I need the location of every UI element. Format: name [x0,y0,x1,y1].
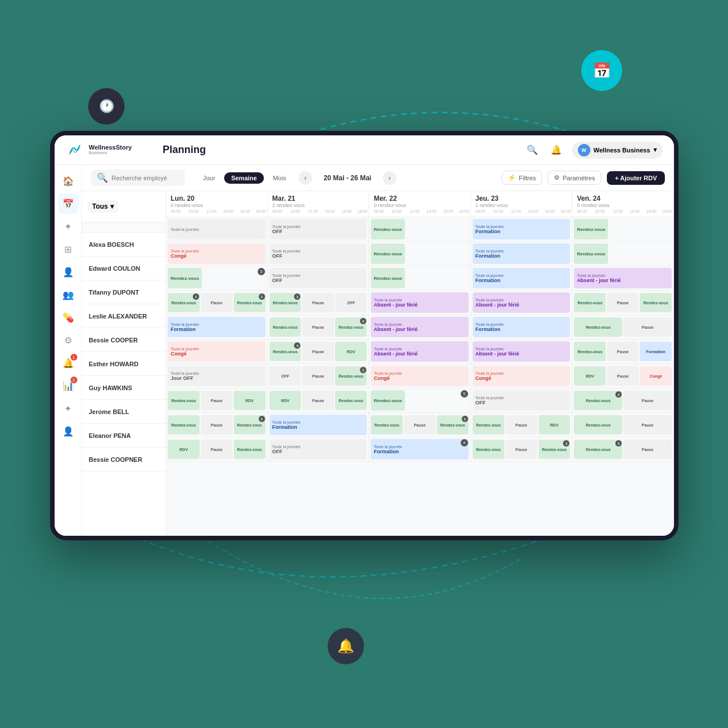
params-button[interactable]: ⚙ Paramètres [548,171,601,185]
cell-4-3[interactable]: Toute la journéeFormation [471,315,573,339]
calendar-row-5: Toute la journéeCongéRendez-vous4PauseRD… [166,340,674,364]
logo-icon [66,141,84,159]
cell-9-1[interactable]: Toute la journéeOFF [268,437,370,461]
sidebar-item-user[interactable]: 👤 [58,262,78,282]
cell-0-2[interactable]: Rendez-vous [369,217,471,241]
cell-9-0[interactable]: RDVPauseRendez-vous [166,437,268,461]
cell-1-1[interactable]: Toute la journéeOFF [268,242,370,266]
nav-prev[interactable]: ‹ [299,171,312,185]
cell-8-4[interactable]: Rendez-vousPause [572,413,674,437]
cell-2-0[interactable]: 3Rendez-vous [166,266,268,290]
cell-8-2[interactable]: Rendez-vousPauseRendez-vous2 [369,413,471,437]
cell-9-4[interactable]: Rendez-vous3Pause [572,437,674,461]
cell-0-3[interactable]: Toute la journéeFormation [471,217,573,241]
cell-5-0[interactable]: Toute la journéeCongé [166,340,268,363]
cell-4-2[interactable]: Toute la journéeAbsent - jour férié [369,315,471,339]
cell-7-1[interactable]: RDVPauseRendez-vous [268,388,370,412]
sidebar-item-grid[interactable]: ⊞ [58,239,78,259]
business-name: Wellness Business [594,147,650,154]
sidebar-item-settings[interactable]: ⚙ [58,330,78,350]
cell-5-1[interactable]: Rendez-vous4PauseRDV [268,340,370,363]
cell-4-0[interactable]: Toute la journéeFormation [166,315,268,339]
cell-3-2[interactable]: Toute la journéeAbsent - jour férié [369,291,471,315]
tab-semaine[interactable]: Semaine [224,172,263,184]
day-header-0: Lun. 20 0 rendez-vous 08:00 10:00 12:00 … [166,191,268,217]
cell-2-1[interactable]: Toute la journéeOFF [268,266,370,290]
cell-4-4[interactable]: Rendez-vousPause [572,315,674,339]
main-content: 🏠 📅 ✦ ⊞ 👤 👥 💊 ⚙ 🔔1 📊2 ✦ 👤 [55,165,674,536]
sidebar-item-bell[interactable]: 🔔1 [58,353,78,373]
cell-5-4[interactable]: Rendez-vousPauseFormation [572,340,674,363]
business-avatar: W [578,144,590,156]
notification-btn[interactable]: 🔔 [548,142,564,158]
employee-row-7: Jerome BELL [82,400,166,424]
sidebar-item-calendar[interactable]: 📅 [58,193,78,214]
cell-3-1[interactable]: Rendez-vous2PauseOFF [268,291,370,315]
cell-6-2[interactable]: Toute la journéeCongé [369,364,471,388]
cell-7-0[interactable]: Rendez-vousPauseRDV [166,388,268,412]
calendar-row-6: Toute la journéeJour OFFOFFPauseRendez-v… [166,364,674,388]
cell-4-1[interactable]: Rendez-vousPauseRendez-vous3 [268,315,370,339]
cell-6-4[interactable]: RDVPauseCongé [572,364,674,388]
bell-icon-float: 🔔 [328,628,364,664]
cell-5-3[interactable]: Toute la journéeAbsent - jour férié [471,340,573,363]
cell-0-4[interactable]: Rendez-vous [572,217,674,241]
day-rdv-2: 0 rendez-vous [374,202,466,208]
cell-2-2[interactable]: Rendez-vous [369,266,471,290]
sidebar-item-profile[interactable]: 👤 [58,421,78,441]
cell-1-4[interactable]: Rendez-vous [572,242,674,266]
cell-1-2[interactable]: Rendez-vous [369,242,471,266]
sidebar-item-service[interactable]: 💊 [58,307,78,328]
cell-1-0[interactable]: Toute la journéeCongé [166,242,268,266]
cell-3-0[interactable]: Rendez-vous2PauseRendez-vous2 [166,291,268,315]
sidebar-item-sparkle[interactable]: ✦ [58,216,78,237]
cell-2-4[interactable]: Toute la journéeAbsent - jour férié [572,266,674,290]
business-badge[interactable]: W Wellness Business ▾ [572,142,663,159]
brand-sub: Business [89,151,132,156]
cell-8-1[interactable]: Toute la journéeFormation [268,413,370,437]
calendar-row-2: 3Rendez-vousToute la journéeOFFRendez-vo… [166,266,674,291]
sidebar-item-chart[interactable]: 📊2 [58,375,78,396]
cell-3-4[interactable]: Rendez-vousPauseRendez-vous [572,291,674,315]
cell-0-1[interactable]: Toute la journéeOFF [268,217,370,241]
cell-7-2[interactable]: 5Rendez-vous [369,388,471,412]
cell-7-3[interactable]: Toute la journéeOFF [471,388,573,412]
add-rdv-button[interactable]: + Ajouter RDV [607,171,665,185]
day-name-0: Lun. 20 [171,195,263,202]
sidebar-item-users[interactable]: 👥 [58,284,78,305]
sidebar-item-home[interactable]: 🏠 [58,171,78,191]
cell-6-3[interactable]: Toute la journéeCongé [471,364,573,388]
tab-jour[interactable]: Jour [196,172,222,184]
cell-5-2[interactable]: Toute la journéeAbsent - jour férié [369,340,471,363]
cell-8-0[interactable]: Rendez-vousPauseRendez-vous2 [166,413,268,437]
cell-1-3[interactable]: Toute la journéeFormation [471,242,573,266]
cell-0-0[interactable]: Toute la journée [166,217,268,241]
nav-next[interactable]: › [383,171,396,185]
day-rdv-0: 0 rendez-vous [171,202,263,208]
day-header-1: Mar. 21 2 rendez-vous 08:00 10:00 12:00 … [268,191,370,217]
employee-filter-dropdown[interactable]: Tous ▾ [88,200,118,213]
cell-6-1[interactable]: OFFPauseRendez-vous2 [268,364,370,388]
cell-8-3[interactable]: Rendez-vousPauseRDV [471,413,573,437]
sidebar-item-star[interactable]: ✦ [58,398,78,419]
employee-row-0: Alexa BOESCH [82,233,166,257]
cell-2-3[interactable]: Toute la journéeFormation [471,266,573,290]
cell-7-4[interactable]: Rendez-vous3Pause [572,388,674,412]
tablet-frame: WellnessStory Business Planning 🔍 🔔 W We… [50,131,679,540]
calendar-row-0: Toute la journéeToute la journéeOFFRende… [166,217,674,242]
cell-6-0[interactable]: Toute la journéeJour OFF [166,364,268,388]
cell-9-2[interactable]: 4Toute la journéeFormation [369,437,471,461]
cell-9-3[interactable]: Rendez-vousPauseRendez-vous3 [471,437,573,461]
bell-badge: 1 [71,354,77,361]
dropdown-arrow: ▾ [653,146,657,154]
logo-area: WellnessStory Business [66,141,163,159]
cell-3-3[interactable]: Toute la journéeAbsent - jour férié [471,291,573,315]
search-input[interactable] [111,175,180,181]
logo-text: WellnessStory Business [89,144,132,156]
search-box[interactable]: 🔍 [91,169,185,186]
filter-button[interactable]: ⚡ Filtres [502,171,542,185]
planning-toolbar: 🔍 Jour Semaine Mois ‹ 20 Mai - 26 Mai › … [82,165,674,191]
search-icon-btn[interactable]: 🔍 [524,142,540,158]
tab-mois[interactable]: Mois [266,172,293,184]
page-title: Planning [163,144,524,156]
